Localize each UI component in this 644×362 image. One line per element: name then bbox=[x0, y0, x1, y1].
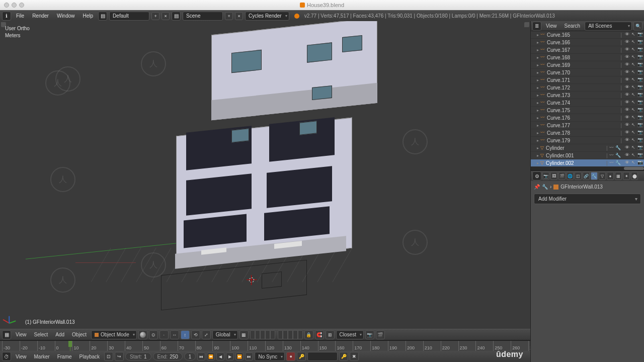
eye-icon[interactable]: 👁 bbox=[624, 62, 630, 68]
outliner-display-mode[interactable]: All Scenes bbox=[585, 22, 632, 31]
outliner-item-cylinder-002[interactable]: ▸▽Cylinder.002 |〰 🔧👁↖📷 bbox=[531, 159, 644, 167]
outliner-item-curve-179[interactable]: ▸〰Curve.179 |👁↖📷 bbox=[531, 137, 644, 144]
prop-tab-texture[interactable]: ▦ bbox=[615, 172, 622, 180]
layer-8[interactable] bbox=[288, 330, 293, 339]
properties-toggle[interactable] bbox=[524, 22, 529, 27]
scene-field[interactable]: Scene bbox=[183, 12, 223, 21]
expand-icon[interactable]: ▸ bbox=[537, 116, 539, 120]
cursor-icon[interactable]: ↖ bbox=[630, 122, 636, 128]
outliner-item-cylinder-001[interactable]: ▸▽Cylinder.001 |〰 🔧👁↖📷 bbox=[531, 152, 644, 159]
jump-end-button[interactable]: ⏭ bbox=[245, 352, 253, 360]
eye-icon[interactable]: 👁 bbox=[624, 54, 630, 60]
cursor-icon[interactable]: ↖ bbox=[630, 77, 636, 83]
layer-6[interactable] bbox=[278, 330, 283, 339]
prop-tab-render[interactable]: 📷 bbox=[542, 172, 549, 180]
cursor-icon[interactable]: ↖ bbox=[630, 84, 636, 90]
expand-icon[interactable]: ▸ bbox=[537, 138, 539, 143]
expand-icon[interactable]: ▸ bbox=[537, 55, 539, 60]
viewport-shading-button[interactable] bbox=[138, 330, 147, 339]
playhead[interactable] bbox=[70, 341, 70, 351]
eye-icon[interactable]: 👁 bbox=[624, 32, 630, 38]
outliner-item-curve-176[interactable]: ▸〰Curve.176 |👁↖📷 bbox=[531, 114, 644, 122]
eye-icon[interactable]: 👁 bbox=[624, 115, 630, 121]
layer-10[interactable] bbox=[298, 330, 303, 339]
prop-tab-particles[interactable]: ✦ bbox=[623, 172, 630, 180]
timeline-ruler[interactable]: -30-20-100102030405060708090100110120130… bbox=[0, 341, 530, 351]
editor-type-3dview-icon[interactable]: ▦ bbox=[2, 330, 11, 339]
eye-icon[interactable]: 👁 bbox=[624, 39, 630, 45]
render-icon[interactable]: 📷 bbox=[637, 92, 643, 98]
render-icon[interactable]: 📷 bbox=[637, 115, 643, 121]
outliner-item-curve-173[interactable]: ▸〰Curve.173 |👁↖📷 bbox=[531, 92, 644, 99]
pin-icon[interactable]: 📌 bbox=[534, 184, 540, 190]
outliner-item-curve-166[interactable]: ▸〰Curve.166 |👁↖📷 bbox=[531, 39, 644, 46]
expand-icon[interactable]: ▸ bbox=[537, 63, 539, 67]
outliner-filter-button[interactable]: 🔍 bbox=[633, 22, 642, 31]
prop-tab-scene[interactable]: 🎬 bbox=[558, 172, 566, 180]
eye-icon[interactable]: 👁 bbox=[624, 145, 630, 151]
expand-icon[interactable]: ▸ bbox=[537, 48, 539, 52]
prop-tab-data[interactable]: ▽ bbox=[599, 172, 606, 180]
snap-element-button[interactable]: ⊞ bbox=[326, 330, 335, 339]
scale-manipulator[interactable]: ⤢ bbox=[202, 330, 211, 339]
prop-tab-object[interactable]: ◫ bbox=[575, 172, 582, 180]
eye-icon[interactable]: 👁 bbox=[624, 84, 630, 90]
expand-icon[interactable]: ▸ bbox=[537, 108, 539, 113]
delete-keyframe-button[interactable]: ✖ bbox=[350, 352, 359, 361]
keyframe-next-button[interactable]: ⏩ bbox=[235, 352, 244, 360]
transform-orientation[interactable]: Global bbox=[212, 330, 238, 339]
layer-4[interactable] bbox=[265, 330, 270, 339]
render-icon[interactable]: 📷 bbox=[637, 84, 643, 90]
minimize-window-button[interactable] bbox=[12, 3, 17, 8]
keyframe-prev-button[interactable]: ⏪ bbox=[207, 352, 215, 360]
layer-9[interactable] bbox=[293, 330, 298, 339]
eye-icon[interactable]: 👁 bbox=[624, 77, 630, 83]
outliner-item-curve-178[interactable]: ▸〰Curve.178 |👁↖📷 bbox=[531, 129, 644, 137]
autokey-toggle[interactable]: ● bbox=[286, 352, 295, 361]
expand-icon[interactable]: ▸ bbox=[537, 33, 539, 37]
lock-to-scene-button[interactable]: 🔒 bbox=[304, 330, 313, 339]
manipulator-toggle[interactable]: ↔ bbox=[170, 330, 179, 339]
render-icon[interactable]: 📷 bbox=[637, 152, 643, 158]
tl-menu-marker[interactable]: Marker bbox=[31, 353, 53, 360]
render-icon[interactable]: 📷 bbox=[637, 137, 643, 143]
outliner-item-curve-177[interactable]: ▸〰Curve.177 |👁↖📷 bbox=[531, 122, 644, 129]
play-button[interactable]: ▶ bbox=[226, 352, 234, 360]
insert-keyframe-button[interactable]: 🔑 bbox=[339, 352, 348, 361]
outliner-item-curve-167[interactable]: ▸〰Curve.167 |👁↖📷 bbox=[531, 46, 644, 54]
tl-menu-frame[interactable]: Frame bbox=[54, 353, 75, 360]
mode-select[interactable]: Object Mode bbox=[91, 330, 137, 339]
cursor-icon[interactable]: ↖ bbox=[630, 152, 636, 158]
eye-icon[interactable]: 👁 bbox=[624, 69, 630, 75]
follow-toggle[interactable]: ↪ bbox=[115, 352, 124, 361]
render-icon[interactable]: 📷 bbox=[637, 100, 643, 106]
layer-1[interactable] bbox=[250, 330, 255, 339]
render-icon[interactable]: 📷 bbox=[637, 32, 643, 38]
expand-icon[interactable]: ▸ bbox=[537, 131, 539, 135]
cursor-icon[interactable]: ↖ bbox=[630, 54, 636, 60]
cursor-icon[interactable]: ↖ bbox=[630, 39, 636, 45]
expand-icon[interactable]: ▸ bbox=[537, 78, 539, 82]
menu-render[interactable]: Render bbox=[29, 12, 52, 20]
translate-manipulator[interactable]: ↕ bbox=[181, 330, 190, 339]
cursor-icon[interactable]: ↖ bbox=[630, 107, 636, 113]
eye-icon[interactable]: 👁 bbox=[624, 92, 630, 98]
layers-button-group[interactable]: ▦ bbox=[239, 330, 249, 339]
layer-2[interactable] bbox=[255, 330, 260, 339]
tl-menu-playback[interactable]: Playback bbox=[76, 353, 103, 360]
layer-7[interactable] bbox=[283, 330, 288, 339]
render-icon[interactable]: 📷 bbox=[637, 130, 643, 136]
zoom-window-button[interactable] bbox=[19, 3, 24, 8]
screen-browse-icon[interactable]: ▤ bbox=[98, 12, 107, 21]
expand-icon[interactable]: ▸ bbox=[537, 146, 539, 150]
prop-tab-constraints[interactable]: 🔗 bbox=[583, 172, 590, 180]
layer-5[interactable] bbox=[270, 330, 275, 339]
render-icon[interactable]: 📷 bbox=[637, 122, 643, 128]
play-reverse-button[interactable]: ◀ bbox=[216, 352, 224, 360]
add-scene-button[interactable]: + bbox=[225, 12, 233, 20]
menu-view-3d[interactable]: View bbox=[13, 331, 30, 338]
menu-select[interactable]: Select bbox=[31, 331, 51, 338]
outliner-item-curve-170[interactable]: ▸〰Curve.170 |👁↖📷 bbox=[531, 69, 644, 76]
current-frame-field[interactable]: 1 bbox=[184, 352, 196, 360]
eye-icon[interactable]: 👁 bbox=[624, 130, 630, 136]
